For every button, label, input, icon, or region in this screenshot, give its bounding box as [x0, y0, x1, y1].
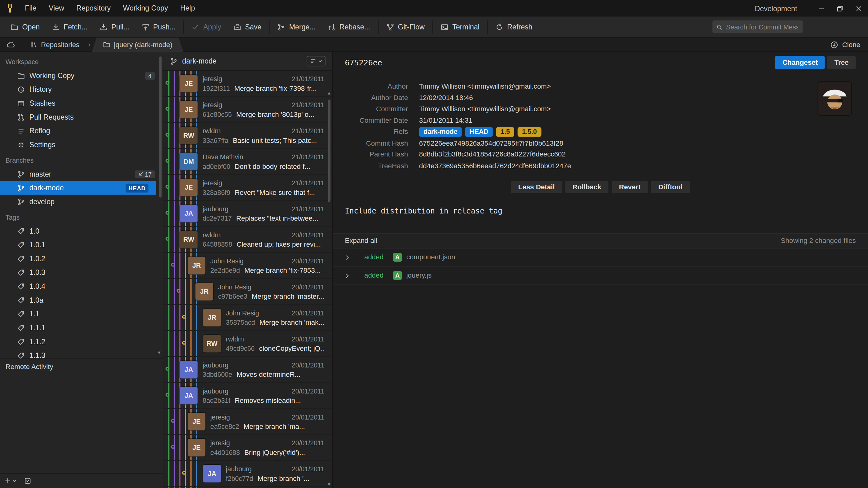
tab-repositories[interactable]: Repositories: [22, 37, 87, 52]
git-flow-button[interactable]: Git-Flow: [380, 17, 431, 37]
toolbar-separator: [378, 20, 378, 33]
sidebar-item-reflog[interactable]: Reflog: [0, 124, 163, 138]
menu-item[interactable]: Repository: [70, 0, 117, 17]
restore-button[interactable]: [831, 0, 849, 17]
sidebar-item-working-copy[interactable]: Working Copy 4: [0, 68, 163, 83]
search-input[interactable]: [725, 22, 799, 31]
save-stash-button[interactable]: Save: [227, 17, 268, 37]
commit-row[interactable]: JA jaubourg 20/01/2011 f2b0c77d Merge br…: [163, 461, 332, 487]
open-button[interactable]: Open: [4, 17, 46, 37]
sidebar-item-stashes[interactable]: Stashes: [0, 96, 163, 110]
tag-item[interactable]: 1.0a: [0, 293, 163, 307]
pull-button[interactable]: Pull...: [94, 17, 135, 37]
remote-status-button[interactable]: [0, 37, 22, 52]
changeset-tab[interactable]: Changeset: [775, 56, 825, 69]
commit-list-scrollbar[interactable]: ▲ ▼: [327, 91, 332, 487]
branch-item-dark-mode[interactable]: dark-mode HEAD: [0, 181, 156, 195]
commit-row[interactable]: JR John Resig 20/01/2011 2e2d5e9d Merge …: [163, 253, 332, 279]
window-status-label: Development: [755, 4, 797, 12]
commit-row[interactable]: RW rwldrn 20/01/2011 64588858 Cleaned up…: [163, 227, 332, 253]
fetch-button[interactable]: Fetch...: [46, 17, 94, 37]
detail-action-button[interactable]: Difftool: [651, 181, 690, 193]
tag-item[interactable]: 1.0.3: [0, 265, 163, 280]
push-button[interactable]: Push...: [135, 17, 182, 37]
tag-item[interactable]: 1.0.4: [0, 280, 163, 293]
commit-row[interactable]: JR John Resig 20/01/2011 c97b6ee3 Merge …: [163, 279, 332, 305]
detail-action-button[interactable]: Less Detail: [511, 181, 562, 193]
commit-row[interactable]: JA jaubourg 21/01/2011 dc2e7317 Replaces…: [163, 201, 332, 227]
ref-badge[interactable]: HEAD: [465, 127, 493, 136]
sidebar-item-history[interactable]: History: [0, 83, 163, 96]
tag-item[interactable]: 1.1.3: [0, 349, 163, 358]
checkbox-toggle-button[interactable]: [25, 478, 31, 484]
commit-texts: Dave Methvin 21/01/2011 ad0ebf00 Don't d…: [203, 153, 324, 170]
branch-item-develop[interactable]: develop: [0, 195, 163, 209]
file-row[interactable]: added A component.json: [333, 249, 868, 267]
sidebar-item-settings[interactable]: Settings: [0, 138, 163, 152]
expand-all-link[interactable]: Expand all: [345, 237, 377, 245]
tree-tab[interactable]: Tree: [827, 56, 856, 69]
tab-active-repository[interactable]: jquery (dark-mode): [92, 37, 184, 52]
detail-action-button[interactable]: Rollback: [565, 181, 608, 193]
list-options-button[interactable]: [307, 56, 326, 66]
sidebar-scroll-down-arrow[interactable]: ▼: [157, 350, 161, 355]
commit-row[interactable]: JE jeresig 21/01/2011 328a86f9 Revert "M…: [163, 175, 332, 201]
commit-row[interactable]: JA jaubourg 20/01/2011 3dbd600e Moves de…: [163, 357, 332, 383]
clone-button[interactable]: Clone: [831, 41, 860, 48]
commit-row[interactable]: JE jeresig 21/01/2011 1922f311 Merge bra…: [163, 71, 332, 97]
rebase-button[interactable]: Rebase...: [322, 17, 376, 37]
refresh-button[interactable]: Refresh: [490, 17, 538, 37]
chevron-right-icon[interactable]: [345, 273, 350, 278]
tag-item[interactable]: 1.1: [0, 307, 163, 321]
ref-badge[interactable]: dark-mode: [419, 127, 462, 136]
commit-row[interactable]: JE jeresig 20/01/2011 ea5ce8c2 Merge bra…: [163, 409, 332, 435]
branches-section-label: Branches: [0, 152, 163, 167]
close-button[interactable]: [849, 0, 868, 17]
minimize-button[interactable]: [812, 0, 831, 17]
scroll-up-arrow[interactable]: ▲: [327, 91, 332, 96]
changed-files-header: Expand all Showing 2 changed files: [333, 233, 868, 249]
merge-button[interactable]: Merge...: [272, 17, 322, 37]
commit-row[interactable]: JE jeresig 21/01/2011 61e80c55 Merge bra…: [163, 97, 332, 123]
commit-author: jaubourg: [203, 387, 228, 395]
tag-item[interactable]: 1.0: [0, 224, 163, 238]
file-row[interactable]: added A jquery.js: [333, 267, 868, 285]
detail-action-button[interactable]: Revert: [612, 181, 648, 193]
cloud-icon: [6, 41, 16, 48]
commit-node-icon: [165, 133, 169, 137]
menu-item[interactable]: View: [42, 0, 70, 17]
tag-item[interactable]: 1.0.1: [0, 238, 163, 252]
ref-badge[interactable]: 1.5: [496, 127, 514, 136]
menu-item[interactable]: Working Copy: [117, 0, 174, 17]
tag-item[interactable]: 1.1.2: [0, 335, 163, 349]
scroll-down-arrow[interactable]: ▼: [327, 482, 332, 487]
detail-action-buttons: Less DetailRollbackRevertDifftool: [333, 181, 868, 193]
author-avatar: DM: [180, 153, 197, 170]
commit-row[interactable]: JA jaubourg 20/01/2011 8ad2b31f Removes …: [163, 383, 332, 409]
sidebar-item-pull-requests[interactable]: Pull Requests: [0, 110, 163, 124]
terminal-button[interactable]: Terminal: [435, 17, 486, 37]
commit-row[interactable]: RW rwldrn 20/01/2011 49cd9c66 cloneCopyE…: [163, 331, 332, 357]
commit-texts: jeresig 20/01/2011 e4d01688 Bring jQuery…: [211, 439, 324, 456]
menu-item[interactable]: File: [19, 0, 43, 17]
ref-badge[interactable]: 1.5.0: [518, 127, 541, 136]
toolbar-separator: [183, 20, 184, 33]
add-repository-button[interactable]: [4, 478, 17, 484]
sidebar-scrollbar[interactable]: ▼: [159, 56, 161, 354]
chevron-right-icon[interactable]: [345, 255, 350, 260]
sidebar-scrollbar-thumb[interactable]: [159, 56, 161, 197]
menu-item[interactable]: Help: [174, 0, 201, 17]
commit-row[interactable]: DM Dave Methvin 21/01/2011 ad0ebf00 Don'…: [163, 149, 332, 175]
commit-hash: ea5ce8c2: [211, 422, 239, 430]
commit-date: 20/01/2011: [292, 257, 324, 265]
commit-scrollbar-thumb[interactable]: [328, 99, 331, 202]
branch-item-master[interactable]: master 17: [0, 167, 163, 181]
commit-row[interactable]: RW rwldrn 21/01/2011 33a67ffa Basic unit…: [163, 123, 332, 149]
commit-row[interactable]: JR John Resig 20/01/2011 35875acd Merge …: [163, 305, 332, 331]
parent-hash-value[interactable]: 8d8db3f2b3f8c3d41854726c8a0227f6deecc602: [419, 151, 566, 158]
commit-row[interactable]: JE jeresig 20/01/2011 e4d01688 Bring jQu…: [163, 435, 332, 461]
commit-date: 20/01/2011: [292, 465, 324, 473]
tag-item[interactable]: 1.1.1: [0, 321, 163, 335]
tag-item[interactable]: 1.0.2: [0, 252, 163, 265]
commit-search: [712, 21, 803, 33]
